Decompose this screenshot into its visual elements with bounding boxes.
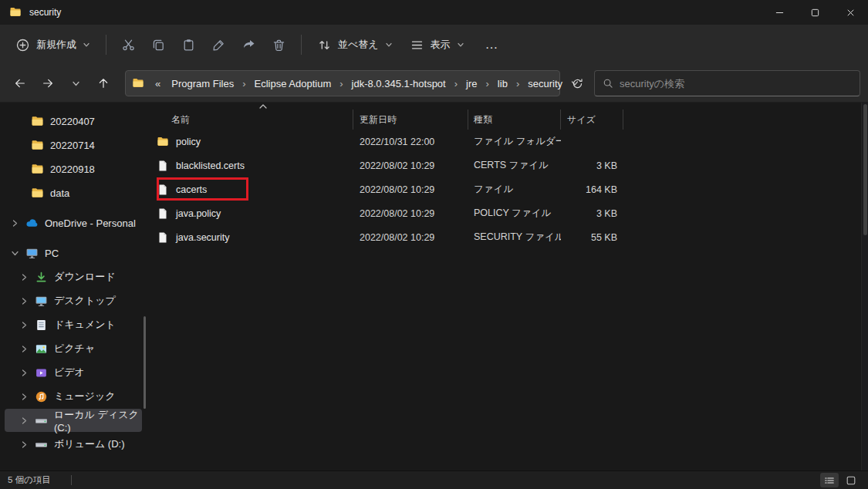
new-button[interactable]: 新規作成 bbox=[8, 32, 98, 59]
onedrive-cloud-icon bbox=[25, 217, 39, 230]
sidebar-item-desktop[interactable]: デスクトップ bbox=[5, 289, 142, 312]
column-header-label: 名前 bbox=[171, 113, 190, 126]
scrollbar-thumb[interactable] bbox=[863, 104, 867, 235]
toolbar-separator bbox=[106, 35, 106, 55]
sidebar-item-downloads[interactable]: ダウンロード bbox=[5, 265, 142, 288]
sidebar-item-label: OneDrive - Personal bbox=[45, 218, 136, 229]
new-button-label: 新規作成 bbox=[36, 38, 76, 52]
up-button[interactable] bbox=[91, 71, 116, 96]
rename-button[interactable] bbox=[204, 31, 233, 59]
folder-icon bbox=[31, 187, 44, 200]
close-button[interactable] bbox=[833, 0, 868, 25]
title-bar: security bbox=[0, 0, 868, 25]
details-view-button[interactable] bbox=[820, 473, 839, 487]
chevron-right-icon[interactable] bbox=[20, 440, 29, 449]
search-input[interactable] bbox=[620, 78, 852, 89]
sidebar-item-documents[interactable]: ドキュメント bbox=[5, 313, 142, 336]
vertical-scrollbar[interactable] bbox=[861, 103, 868, 470]
status-divider bbox=[71, 475, 72, 485]
navigation-pane: 20220407 20220714 20220918 data OneDrive… bbox=[0, 103, 147, 470]
sidebar-item-music[interactable]: ミュージック bbox=[5, 385, 142, 408]
breadcrumb[interactable]: « Program Files › Eclipse Adoptium › jdk… bbox=[125, 70, 560, 96]
share-button[interactable] bbox=[235, 31, 263, 59]
breadcrumb-collapsed-indicator[interactable]: « bbox=[152, 78, 164, 89]
sidebar-item-local-disk-c[interactable]: ローカル ディスク (C:) bbox=[5, 409, 142, 432]
column-header-date-modified[interactable]: 更新日時 bbox=[353, 110, 468, 130]
back-button[interactable] bbox=[8, 71, 32, 96]
column-header-label: 種類 bbox=[474, 113, 492, 126]
chevron-right-icon[interactable] bbox=[20, 297, 29, 305]
minimize-button[interactable] bbox=[762, 0, 797, 25]
sidebar-item-20220714[interactable]: 20220714 bbox=[5, 133, 142, 157]
cut-button[interactable] bbox=[114, 31, 143, 59]
column-header-size[interactable]: サイズ bbox=[561, 110, 623, 130]
breadcrumb-item-program-files[interactable]: Program Files bbox=[167, 76, 238, 92]
sidebar-item-volume-d[interactable]: ボリューム (D:) bbox=[5, 433, 142, 456]
column-header-name[interactable]: 名前 bbox=[157, 110, 353, 130]
chevron-right-icon[interactable] bbox=[20, 321, 29, 329]
sidebar-item-pc[interactable]: PC bbox=[5, 241, 142, 265]
column-header-type[interactable]: 種類 bbox=[468, 110, 561, 130]
breadcrumb-item-eclipse-adoptium[interactable]: Eclipse Adoptium bbox=[250, 76, 336, 92]
file-icon bbox=[157, 231, 169, 244]
breadcrumb-item-jdk[interactable]: jdk-8.0.345.1-hotspot bbox=[347, 76, 451, 92]
chevron-right-icon[interactable] bbox=[20, 393, 29, 401]
chevron-down-icon[interactable] bbox=[11, 249, 19, 258]
large-icons-view-button[interactable] bbox=[842, 473, 860, 487]
recent-locations-button[interactable] bbox=[63, 71, 88, 96]
file-row-java-policy[interactable]: java.policy 2022/08/02 10:29 POLICY ファイル… bbox=[147, 201, 861, 225]
sidebar-item-label: ローカル ディスク (C:) bbox=[54, 408, 142, 433]
chevron-right-icon[interactable] bbox=[20, 369, 29, 377]
file-row-policy[interactable]: policy 2022/10/31 22:00 ファイル フォルダー bbox=[147, 130, 861, 153]
sidebar-scrollbar[interactable] bbox=[144, 316, 146, 409]
sidebar-item-data[interactable]: data bbox=[5, 181, 142, 204]
sidebar-item-onedrive[interactable]: OneDrive - Personal bbox=[5, 211, 142, 234]
pictures-icon bbox=[35, 342, 48, 356]
file-row-blacklisted-certs[interactable]: blacklisted.certs 2022/08/02 10:29 CERTS… bbox=[147, 153, 861, 177]
sidebar-item-label: ミュージック bbox=[54, 390, 116, 403]
chevron-right-icon[interactable] bbox=[11, 219, 19, 228]
breadcrumb-separator-icon: › bbox=[241, 78, 246, 89]
folder-icon bbox=[157, 136, 169, 148]
trash-icon bbox=[272, 38, 286, 52]
file-name: policy bbox=[176, 137, 201, 147]
maximize-button[interactable] bbox=[797, 0, 833, 25]
view-button[interactable]: 表示 bbox=[402, 32, 472, 59]
file-date: 2022/08/02 10:29 bbox=[353, 184, 468, 195]
sidebar-item-20220407[interactable]: 20220407 bbox=[5, 110, 142, 133]
status-bar: 5 個の項目 bbox=[0, 470, 868, 489]
sidebar-item-videos[interactable]: ビデオ bbox=[5, 361, 142, 384]
chevron-right-icon[interactable] bbox=[20, 273, 29, 282]
refresh-button[interactable] bbox=[565, 71, 589, 96]
forward-button[interactable] bbox=[35, 71, 60, 96]
search-box[interactable] bbox=[594, 70, 860, 96]
breadcrumb-item-jre[interactable]: jre bbox=[461, 76, 481, 92]
folder-icon bbox=[31, 115, 44, 128]
item-count: 5 個の項目 bbox=[8, 474, 51, 486]
sidebar-item-pictures[interactable]: ピクチャ bbox=[5, 337, 142, 360]
file-type: ファイル bbox=[468, 183, 561, 196]
breadcrumb-item-lib[interactable]: lib bbox=[493, 76, 512, 92]
file-icon bbox=[157, 207, 169, 220]
column-header-label: 更新日時 bbox=[360, 113, 397, 126]
copy-button[interactable] bbox=[144, 31, 173, 59]
chevron-right-icon[interactable] bbox=[20, 345, 29, 353]
sidebar-item-label: ドキュメント bbox=[54, 318, 116, 332]
file-type: SECURITY ファイル bbox=[468, 231, 561, 244]
file-row-cacerts[interactable]: cacerts 2022/08/02 10:29 ファイル 164 KB bbox=[147, 177, 861, 201]
chevron-right-icon[interactable] bbox=[20, 416, 29, 425]
breadcrumb-separator-icon: › bbox=[339, 78, 343, 89]
sidebar-item-label: デスクトップ bbox=[54, 294, 116, 308]
delete-button[interactable] bbox=[265, 31, 293, 59]
window-title: security bbox=[29, 7, 61, 18]
sort-button[interactable]: 並べ替え bbox=[309, 32, 400, 59]
sidebar-item-label: ボリューム (D:) bbox=[54, 437, 125, 451]
search-icon bbox=[603, 78, 613, 89]
file-type: POLICY ファイル bbox=[468, 207, 561, 220]
folder-icon bbox=[31, 139, 44, 152]
more-options-button[interactable]: … bbox=[474, 30, 511, 59]
sidebar-item-20220918[interactable]: 20220918 bbox=[5, 157, 142, 180]
paste-button[interactable] bbox=[174, 31, 203, 59]
breadcrumb-item-security[interactable]: security bbox=[523, 76, 567, 92]
file-row-java-security[interactable]: java.security 2022/08/02 10:29 SECURITY … bbox=[147, 225, 861, 249]
